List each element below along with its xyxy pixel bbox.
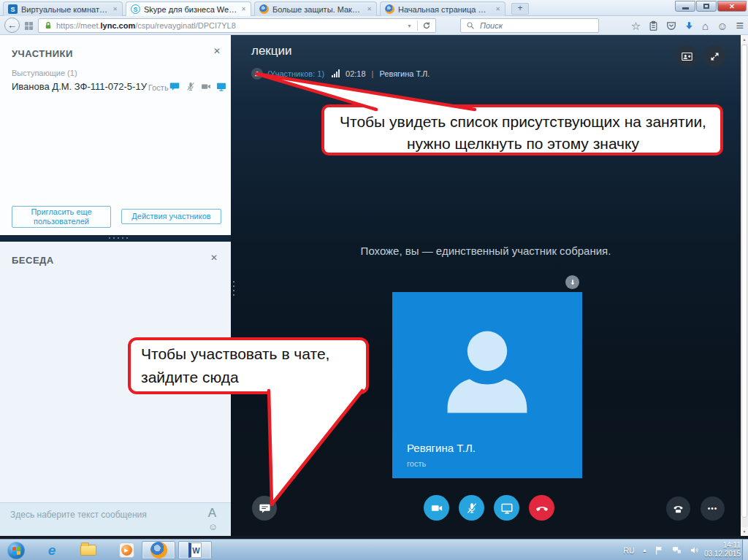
- browser-scrollbar[interactable]: ▲ ▼: [741, 35, 748, 536]
- scrollbar-thumb[interactable]: [741, 45, 747, 518]
- tray-expand-icon[interactable]: ▲: [642, 548, 647, 553]
- search-box[interactable]: [460, 18, 599, 33]
- im-bubble-icon[interactable]: [169, 81, 180, 92]
- search-icon: [466, 21, 475, 30]
- splitter-grip-icon: [107, 237, 129, 239]
- tab-close-icon[interactable]: ✕: [362, 6, 376, 12]
- action-center-flag-icon[interactable]: [654, 545, 664, 556]
- tab-label: Skype для бизнеса Web App: [144, 5, 237, 14]
- volume-icon[interactable]: [690, 545, 700, 555]
- download-icon[interactable]: [684, 20, 694, 31]
- participant-video-tile[interactable]: Ревягина Т.Л. гость: [392, 292, 582, 478]
- windows-logo-icon: [12, 546, 20, 555]
- tab-label: Виртуальные комнаты Ф...: [21, 5, 108, 14]
- participants-count-label[interactable]: (Участников: 1): [267, 69, 324, 78]
- divider: |: [372, 69, 374, 78]
- empty-meeting-message: Похоже, вы — единственный участник собра…: [231, 245, 741, 257]
- add-participant-button[interactable]: [676, 45, 698, 67]
- scroll-down-button[interactable]: ▼: [741, 527, 748, 536]
- screen-share-icon[interactable]: [215, 81, 227, 92]
- folder-icon: [80, 545, 96, 556]
- participant-actions-button[interactable]: Действия участников: [121, 209, 221, 224]
- share-screen-button[interactable]: [494, 495, 519, 521]
- close-chat-icon[interactable]: ✕: [210, 253, 218, 263]
- tab-close-icon[interactable]: ✕: [491, 6, 505, 12]
- search-input[interactable]: [478, 20, 581, 31]
- taskbar-explorer-button[interactable]: [77, 541, 99, 559]
- close-window-button[interactable]: ✕: [717, 1, 747, 12]
- chat-message-input[interactable]: [9, 509, 177, 521]
- hang-up-button[interactable]: [529, 495, 554, 521]
- media-player-icon: ▶: [119, 542, 134, 558]
- menu-icon[interactable]: ≡: [736, 19, 744, 32]
- tab-close-icon[interactable]: ✕: [108, 6, 122, 12]
- taskbar-ie-button[interactable]: e: [41, 541, 63, 559]
- minimize-button[interactable]: [675, 1, 695, 12]
- scroll-up-button[interactable]: ▲: [741, 35, 748, 44]
- invite-more-users-button[interactable]: Пригласить еще пользователей: [12, 206, 111, 228]
- network-icon[interactable]: [671, 545, 682, 555]
- language-indicator[interactable]: RU: [623, 546, 635, 555]
- stage-splitter-grip-icon[interactable]: [233, 280, 234, 299]
- start-button[interactable]: [7, 542, 25, 559]
- url-path: /cspu/revayginatl/DPCI7YL8: [135, 21, 236, 30]
- camera-button[interactable]: [424, 495, 449, 521]
- more-options-button[interactable]: •••: [701, 496, 725, 521]
- bookmark-star-icon[interactable]: ☆: [631, 20, 641, 31]
- taskbar-clock[interactable]: 14:11 03.12.2015: [701, 541, 741, 559]
- skype-icon: S: [131, 4, 140, 14]
- url-dropdown-icon[interactable]: ▼: [402, 23, 417, 28]
- taskbar-firefox-button[interactable]: [142, 541, 175, 559]
- windows-taskbar: e ▶ W RU ▲ 14:11 03.12.2015: [0, 539, 748, 560]
- close-participants-icon[interactable]: ✕: [213, 46, 221, 56]
- firefox-icon: [150, 542, 167, 559]
- mic-muted-icon[interactable]: [185, 81, 196, 92]
- pocket-icon[interactable]: [666, 20, 676, 31]
- presenters-group-label: Выступающие (1): [12, 69, 77, 77]
- restore-button[interactable]: [696, 1, 717, 12]
- window-controls: ✕: [674, 1, 747, 12]
- participants-count-icon[interactable]: [251, 68, 263, 80]
- tab-close-icon[interactable]: ✕: [237, 6, 251, 12]
- chat-input-area: А ☺: [0, 502, 231, 536]
- desktop: S Виртуальные комнаты Ф... ✕ S Skype для…: [0, 0, 748, 560]
- close-icon: ✕: [729, 3, 735, 10]
- fullscreen-button[interactable]: [703, 45, 725, 67]
- taskbar-word-button[interactable]: W: [178, 541, 212, 559]
- clipboard-icon[interactable]: [649, 20, 658, 31]
- new-tab-button[interactable]: +: [511, 3, 529, 15]
- mute-button[interactable]: [459, 495, 484, 521]
- panel-splitter[interactable]: [0, 235, 231, 242]
- font-options-icon[interactable]: А: [208, 506, 216, 521]
- tab-more-protection[interactable]: Больше защиты. Максим... ✕: [254, 1, 377, 16]
- tab-label: Больше защиты. Максим...: [272, 5, 362, 14]
- participants-title: УЧАСТНИКИ: [12, 48, 73, 59]
- phone-audio-button[interactable]: [666, 496, 690, 521]
- callout-chat-hint-text: Чтобы участвовать в чате, зайдите сюда: [141, 342, 356, 389]
- taskbar-media-player-button[interactable]: ▶: [115, 541, 137, 559]
- reload-button[interactable]: [418, 21, 435, 30]
- signal-strength-icon: [332, 69, 340, 77]
- chat-toggle-button[interactable]: [252, 496, 277, 521]
- minimize-icon: [682, 7, 689, 9]
- callout-participants-hint-text: Чтобы увидеть список присутствующих на з…: [330, 111, 716, 155]
- video-camera-icon[interactable]: [200, 81, 212, 92]
- participants-panel: УЧАСТНИКИ ✕ Выступающие (1) Иванова Д.М.…: [0, 35, 231, 235]
- tab-mozilla-start[interactable]: Начальная страница Mozi... ✕: [380, 1, 505, 16]
- grid-icon[interactable]: [25, 22, 33, 30]
- participant-name: Иванова Д.М. ЗФ-111-072-5-1У: [12, 81, 147, 92]
- person-silhouette-icon: [429, 312, 546, 429]
- clock-date: 03.12.2015: [701, 550, 741, 559]
- meeting-timer: 02:18: [346, 69, 366, 78]
- show-desktop-button[interactable]: [742, 540, 748, 560]
- meeting-info-row: (Участников: 1) 02:18 | Ревягина Т.Л.: [251, 67, 430, 80]
- tab-virtual-rooms[interactable]: S Виртуальные комнаты Ф... ✕: [3, 1, 123, 16]
- back-button[interactable]: ←: [4, 18, 20, 33]
- home-icon[interactable]: ⌂: [702, 20, 709, 31]
- url-bar[interactable]: https://meet.lync.com/cspu/revayginatl/D…: [38, 18, 436, 33]
- emoticon-icon[interactable]: ☺: [208, 521, 218, 532]
- tab-skype-web-app[interactable]: S Skype для бизнеса Web App ✕: [126, 1, 251, 16]
- hello-smiley-icon[interactable]: ☺: [717, 20, 728, 31]
- clock-time: 14:11: [701, 541, 741, 550]
- tile-download-icon[interactable]: [565, 275, 579, 289]
